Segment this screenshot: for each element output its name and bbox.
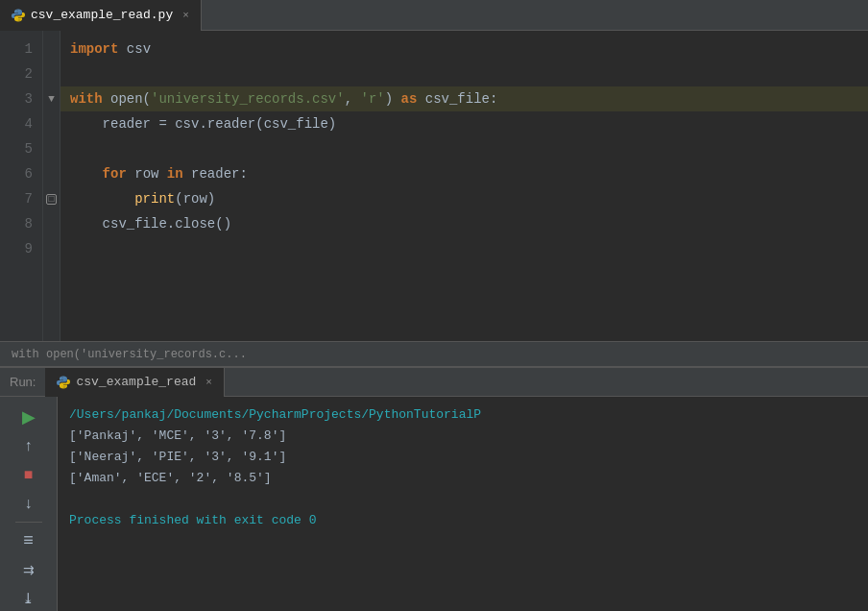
line-num-8: 8 <box>10 211 33 236</box>
python-icon <box>12 9 25 22</box>
run-label: Run: <box>0 375 45 389</box>
python-run-icon <box>57 376 70 389</box>
line-num-3: 3 <box>10 86 33 111</box>
tab-bar: csv_example_read.py × <box>0 0 868 31</box>
breadcrumb-text: with open('university_records.c... <box>12 348 247 361</box>
gutter-4 <box>43 111 60 136</box>
line-num-5: 5 <box>10 136 33 161</box>
toolbar-divider-1 <box>15 522 42 523</box>
gutter-2 <box>43 61 60 86</box>
run-lines-button[interactable]: ≡ <box>15 528 42 553</box>
line-num-9: 9 <box>10 236 33 261</box>
run-toolbar: ▶ ↑ ■ ↓ ≡ ⇉ ⤓ <box>0 397 58 611</box>
gutter-8 <box>43 211 60 236</box>
run-stop-button[interactable]: ■ <box>15 462 42 487</box>
run-tab[interactable]: csv_example_read × <box>45 368 224 397</box>
output-data-line-1: ['Pankaj', 'MCE', '3', '7.8'] <box>69 426 856 447</box>
output-data-line-3: ['Aman', 'ECE', '2', '8.5'] <box>69 468 856 489</box>
run-scroll-button[interactable]: ⇉ <box>15 557 42 582</box>
run-up-button[interactable]: ↑ <box>15 433 42 458</box>
gutter-1 <box>43 37 60 61</box>
code-line-4: reader = csv.reader(csv_file) <box>60 111 868 136</box>
breadcrumb-bar: with open('university_records.c... <box>0 341 868 366</box>
line-num-2: 2 <box>10 61 33 86</box>
run-output: /Users/pankaj/Documents/PycharmProjects/… <box>58 397 868 611</box>
line-num-6: 6 <box>10 161 33 186</box>
output-exit-line: Process finished with exit code 0 <box>69 510 856 531</box>
code-line-6: for row in reader: <box>60 161 868 186</box>
editor-area: 1 2 3 4 5 6 7 8 9 ▼ □ <box>0 31 868 366</box>
code-line-8: csv_file.close() <box>60 211 868 236</box>
run-download-button[interactable]: ⤓ <box>15 586 42 611</box>
code-line-1: import csv <box>60 37 868 61</box>
line-num-4: 4 <box>10 111 33 136</box>
tab-close-button[interactable]: × <box>182 10 189 21</box>
gutter-6 <box>43 161 60 186</box>
gutter-5 <box>43 136 60 161</box>
code-line-5 <box>60 136 868 161</box>
code-line-3: with open('university_records.csv', 'r')… <box>60 86 868 111</box>
output-path-line: /Users/pankaj/Documents/PycharmProjects/… <box>69 404 856 426</box>
gutter-9 <box>43 236 60 261</box>
line-numbers: 1 2 3 4 5 6 7 8 9 <box>0 31 43 341</box>
run-down-button[interactable]: ↓ <box>15 491 42 516</box>
run-tab-close[interactable]: × <box>205 377 212 388</box>
run-body: ▶ ↑ ■ ↓ ≡ ⇉ ⤓ /Users/pankaj/Documents/Py… <box>0 397 868 611</box>
keyword-import: import <box>70 41 118 57</box>
code-line-2 <box>60 61 868 86</box>
gutter-7[interactable]: □ <box>43 186 60 211</box>
code-line-7: print(row) <box>60 186 868 211</box>
run-tab-label: csv_example_read <box>76 375 196 389</box>
line-num-7: 7 <box>10 186 33 211</box>
fold-inner-icon: □ <box>46 194 57 205</box>
tab-label: csv_example_read.py <box>31 8 173 22</box>
line-num-1: 1 <box>10 37 33 61</box>
output-blank-line <box>69 489 856 510</box>
code-line-9 <box>60 236 868 261</box>
code-lines[interactable]: import csv with open('university_records… <box>60 31 868 341</box>
run-play-button[interactable]: ▶ <box>15 404 42 429</box>
code-content: 1 2 3 4 5 6 7 8 9 ▼ □ <box>0 31 868 341</box>
run-tab-bar: Run: csv_example_read × <box>0 368 868 397</box>
editor-tab[interactable]: csv_example_read.py × <box>0 0 202 31</box>
run-panel: Run: csv_example_read × <box>0 366 868 611</box>
gutter-3[interactable]: ▼ <box>43 86 60 111</box>
fold-arrow-icon[interactable]: ▼ <box>48 93 55 105</box>
code-gutter: ▼ □ <box>43 31 60 341</box>
output-data-line-2: ['Neeraj', 'PIE', '3', '9.1'] <box>69 447 856 468</box>
